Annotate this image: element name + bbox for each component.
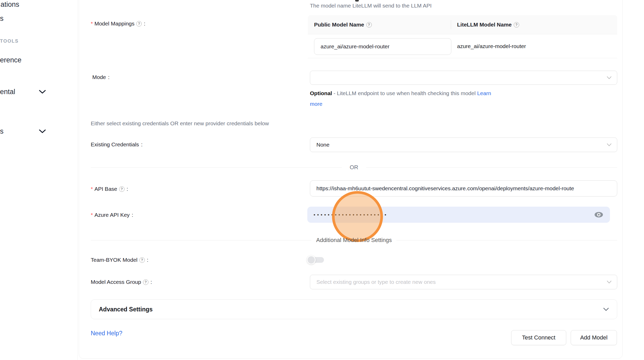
label-text: Mode — [92, 74, 106, 80]
required-asterisk: * — [91, 186, 93, 192]
sidebar-item-label: s — [0, 15, 4, 22]
learn-more-link[interactable]: more — [310, 101, 322, 107]
eye-icon[interactable] — [594, 211, 603, 218]
sidebar-item-experimental[interactable]: ental — [0, 88, 15, 96]
label-text: Model Mappings — [94, 21, 134, 27]
chevron-down-icon — [603, 307, 609, 311]
public-model-name-input[interactable]: azure_ai/azure-model-router — [314, 38, 451, 55]
optional-text: - LiteLLM endpoint to use when health ch… — [332, 90, 477, 96]
column-header-public-model-name: Public Model Name ? — [314, 15, 372, 34]
question-circle-icon[interactable]: ? — [139, 257, 145, 263]
toggle-knob — [307, 256, 316, 264]
column-header-label: Public Model Name — [314, 22, 364, 28]
sidebar-item-inference[interactable]: erence — [0, 56, 22, 64]
chevron-down-icon[interactable] — [38, 89, 46, 94]
azure-api-key-input[interactable]: ••••••••••••••••••••• — [307, 207, 610, 223]
mode-label: Mode : — [92, 73, 109, 81]
api-base-input[interactable]: https://ishaa-mh6uutut-swedencentral.cog… — [310, 180, 617, 197]
divider-line — [366, 167, 617, 168]
or-divider: OR — [91, 164, 617, 171]
chevron-down-icon — [607, 76, 612, 80]
sidebar-item-organizations[interactable]: ations — [1, 1, 19, 9]
api-base-value: https://ishaa-mh6uutut-swedencentral.cog… — [316, 185, 574, 192]
sidebar-item-label: s — [0, 127, 4, 135]
divider-line — [396, 240, 617, 240]
sidebar-section-label: TOOLS — [0, 38, 19, 44]
sidebar-item-label: ental — [0, 88, 15, 96]
divider-line — [91, 240, 311, 240]
question-circle-icon[interactable]: ? — [514, 22, 519, 28]
question-circle-icon[interactable]: ? — [119, 186, 125, 192]
sidebar-item-label: ations — [1, 1, 19, 8]
model-access-group-placeholder: Select existing groups or type to create… — [316, 279, 436, 285]
mode-select[interactable] — [310, 71, 617, 85]
cut-off-element-fragment — [355, 0, 359, 2]
chevron-down-icon[interactable] — [38, 129, 46, 134]
team-byok-label: Team-BYOK Model ? : — [91, 256, 148, 264]
label-colon: : — [132, 212, 133, 218]
sidebar-item-settings[interactable]: s — [0, 127, 4, 135]
additional-settings-divider-text: Additional Model Info Settings — [311, 237, 396, 244]
additional-settings-divider: Additional Model Info Settings — [91, 237, 617, 244]
existing-credentials-value: None — [316, 142, 329, 148]
label-colon: : — [108, 74, 110, 80]
model-access-group-select[interactable]: Select existing groups or type to create… — [310, 275, 617, 289]
chevron-down-icon — [607, 143, 612, 147]
label-text: Azure API Key — [94, 212, 129, 218]
label-colon: : — [144, 21, 145, 27]
need-help-link[interactable]: Need Help? — [91, 330, 122, 337]
button-label: Add Model — [580, 334, 607, 341]
team-byok-toggle[interactable] — [307, 256, 324, 264]
sidebar-item[interactable]: s — [0, 15, 4, 23]
button-label: Test Connect — [522, 334, 555, 341]
column-header-label: LiteLLM Model Name — [457, 22, 512, 28]
label-colon: : — [151, 279, 152, 285]
learn-more-link[interactable]: Learn — [477, 90, 491, 96]
credentials-note: Either select existing credentials OR en… — [91, 120, 269, 127]
model-access-group-label: Model Access Group ? : — [91, 278, 152, 286]
label-colon: : — [141, 141, 143, 148]
model-name-helper-text: The model name LiteLLM will send to the … — [310, 3, 432, 9]
or-divider-text: OR — [342, 164, 366, 171]
existing-credentials-label: Existing Credentials : — [91, 140, 142, 149]
add-model-page: ations s TOOLS erence ental s The model … — [0, 0, 644, 360]
column-header-litellm-model-name: LiteLLM Model Name ? — [457, 15, 519, 34]
question-circle-icon[interactable]: ? — [366, 22, 372, 28]
public-model-name-value: azure_ai/azure-model-router — [321, 43, 389, 50]
api-base-label: * API Base ? : — [91, 185, 128, 193]
masked-api-key-value: ••••••••••••••••••••• — [314, 212, 388, 217]
existing-credentials-select[interactable]: None — [310, 138, 617, 152]
question-circle-icon[interactable]: ? — [136, 21, 142, 27]
label-colon: : — [147, 257, 148, 263]
label-colon: : — [127, 186, 128, 192]
question-circle-icon[interactable]: ? — [143, 279, 148, 285]
test-connect-button[interactable]: Test Connect — [511, 330, 566, 345]
sidebar-section-tools: TOOLS — [0, 38, 19, 44]
mode-help-text-line1: Optional - LiteLLM endpoint to use when … — [310, 90, 491, 96]
litellm-model-name-value: azure_ai/azure-model-router — [457, 43, 526, 49]
divider-line — [91, 167, 342, 168]
add-model-button[interactable]: Add Model — [571, 330, 617, 345]
required-asterisk: * — [91, 212, 93, 218]
label-text: API Base — [94, 186, 117, 192]
sidebar-item-label: erence — [0, 56, 22, 64]
azure-api-key-label: * Azure API Key : — [91, 211, 133, 219]
optional-bold: Optional — [310, 90, 332, 96]
label-text: Team-BYOK Model — [91, 257, 138, 263]
model-mappings-label: * Model Mappings ? : — [91, 19, 145, 28]
required-asterisk: * — [91, 21, 93, 27]
mode-help-text-line2: more — [310, 101, 322, 107]
advanced-settings-title: Advanced Settings — [99, 306, 153, 313]
header-column-divider — [451, 20, 451, 29]
sidebar-divider — [77, 0, 78, 360]
advanced-settings-panel[interactable]: Advanced Settings — [91, 299, 617, 319]
label-text: Existing Credentials — [91, 141, 139, 148]
label-text: Model Access Group — [91, 279, 141, 285]
chevron-down-icon — [607, 280, 612, 284]
